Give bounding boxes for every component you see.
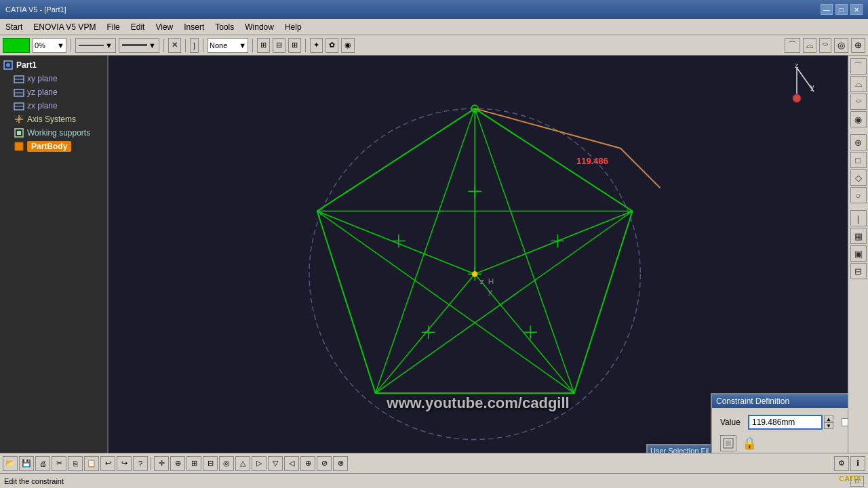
tree-yz-plane[interactable]: yz plane xyxy=(0,85,107,99)
rt-btn-2[interactable]: ⌓ xyxy=(850,76,867,92)
rt-btn-5[interactable]: ⊕ xyxy=(850,134,867,150)
svg-line-22 xyxy=(376,108,475,393)
value-label: Value xyxy=(720,418,744,427)
btb-sketch-3[interactable]: ⊞ xyxy=(186,456,201,471)
btb-print[interactable]: 🖨 xyxy=(35,456,50,471)
svg-rect-12 xyxy=(17,131,21,135)
dialog-titlebar: Constraint Definition ? ✕ xyxy=(712,394,848,408)
btb-sketch-5[interactable]: ◎ xyxy=(219,456,234,471)
minimize-button[interactable]: — xyxy=(821,4,833,15)
zx-plane-icon xyxy=(14,100,24,111)
view-icon-4[interactable]: ◎ xyxy=(834,38,848,53)
green-color-button[interactable] xyxy=(3,38,30,53)
value-input[interactable] xyxy=(748,415,823,430)
view-icon-5[interactable]: ⊕ xyxy=(851,38,865,53)
menu-enovia[interactable]: ENOVIA V5 VPM xyxy=(28,21,101,33)
rt-btn-11[interactable]: ▣ xyxy=(850,245,867,262)
menu-tools[interactable]: Tools xyxy=(210,21,239,33)
rt-btn-7[interactable]: ◇ xyxy=(850,169,867,186)
menu-file[interactable]: File xyxy=(101,21,125,33)
svg-point-47 xyxy=(793,94,801,102)
svg-text:z: z xyxy=(795,61,799,69)
tree-partbody[interactable]: PartBody xyxy=(0,140,107,153)
toolbar-icon-3[interactable]: ⊞ xyxy=(288,38,301,53)
menu-insert[interactable]: Insert xyxy=(178,21,210,33)
btb-sketch-2[interactable]: ⊕ xyxy=(170,456,185,471)
toolbar-icon-5[interactable]: ✿ xyxy=(326,38,338,53)
bracket-button[interactable]: ] xyxy=(190,38,199,53)
svg-line-26 xyxy=(475,108,620,148)
maximize-button[interactable]: □ xyxy=(835,4,848,15)
toolbar-icon-6[interactable]: ◉ xyxy=(341,38,355,53)
btb-sketch-12[interactable]: ⊗ xyxy=(333,456,348,471)
tree-axis-systems[interactable]: Axis Systems xyxy=(0,113,107,126)
constraint-icon-1[interactable] xyxy=(720,435,736,451)
rt-btn-3[interactable]: ⌔ xyxy=(850,94,867,110)
tree-xy-plane[interactable]: xy plane xyxy=(0,72,107,85)
btb-sketch-11[interactable]: ⊘ xyxy=(317,456,332,471)
btb-cut[interactable]: ✂ xyxy=(52,456,66,471)
btb-save[interactable]: 💾 xyxy=(19,456,34,471)
menu-window[interactable]: Window xyxy=(239,21,279,33)
btb-copy[interactable]: ⎘ xyxy=(68,456,83,471)
value-spinner[interactable]: ▲ ▼ xyxy=(824,415,833,429)
menubar: Start ENOVIA V5 VPM File Edit View Inser… xyxy=(0,19,868,35)
statusbar-text: Edit the constraint xyxy=(4,477,64,485)
percent-dropdown[interactable]: 0% ▼ xyxy=(33,38,66,53)
view-icon-1[interactable]: ⌒ xyxy=(785,38,800,53)
line-weight-btn[interactable]: ▼ xyxy=(119,38,159,53)
btb-sketch-4[interactable]: ⊟ xyxy=(203,456,218,471)
btb-sketch-9[interactable]: ◁ xyxy=(284,456,299,471)
tree-zx-plane[interactable]: zx plane xyxy=(0,99,107,113)
btb-sketch-1[interactable]: ✛ xyxy=(154,456,169,471)
btb-info[interactable]: ℹ xyxy=(850,456,865,471)
toolbar-icon-2[interactable]: ⊟ xyxy=(273,38,285,53)
btb-sketch-8[interactable]: ▽ xyxy=(268,456,283,471)
btb-help[interactable]: ? xyxy=(133,456,148,471)
app-title: CATIA V5 - [Part1] xyxy=(5,5,66,14)
titlebar: CATIA V5 - [Part1] — □ ✕ xyxy=(0,0,868,19)
toolbar-icon-1[interactable]: ⊞ xyxy=(257,38,270,53)
separator-2 xyxy=(163,39,164,52)
tree-working-supports[interactable]: Working supports xyxy=(0,126,107,140)
btb-sketch-6[interactable]: △ xyxy=(235,456,250,471)
view-icon-3[interactable]: ⌔ xyxy=(819,38,831,53)
menu-start[interactable]: Start xyxy=(0,21,28,33)
axis-systems-icon xyxy=(14,114,24,125)
tree-root-part1[interactable]: Part1 xyxy=(0,58,107,72)
rt-btn-12[interactable]: ⊟ xyxy=(850,263,867,279)
none-dropdown[interactable]: None ▼ xyxy=(208,38,248,53)
view-icon-2[interactable]: ⌓ xyxy=(803,38,816,53)
svg-line-25 xyxy=(317,211,574,394)
btb-settings[interactable]: ⚙ xyxy=(834,456,849,471)
reference-checkbox[interactable] xyxy=(842,418,848,426)
svg-text:y: y xyxy=(810,83,814,91)
btb-redo[interactable]: ↪ xyxy=(117,456,132,471)
rt-btn-9[interactable]: | xyxy=(850,210,867,226)
x-button[interactable]: ✕ xyxy=(168,38,181,53)
working-supports-icon xyxy=(14,127,24,138)
reference-row: Reference xyxy=(842,418,848,427)
toolbar-icon-4[interactable]: ✦ xyxy=(310,38,323,53)
btb-sketch-10[interactable]: ⊕ xyxy=(300,456,315,471)
close-button[interactable]: ✕ xyxy=(850,4,863,15)
spin-up-button[interactable]: ▲ xyxy=(824,415,833,422)
drawing-canvas[interactable]: z y H 119.486 y z www.youtube.com/cadgil… xyxy=(108,56,848,453)
xy-plane-icon xyxy=(14,73,24,84)
menu-edit[interactable]: Edit xyxy=(125,21,151,33)
rt-btn-6[interactable]: □ xyxy=(850,152,867,168)
rt-btn-8[interactable]: ○ xyxy=(850,187,867,203)
btb-open[interactable]: 📂 xyxy=(3,456,18,471)
yz-plane-icon xyxy=(14,87,24,98)
rt-btn-10[interactable]: ▦ xyxy=(850,228,867,244)
spin-down-button[interactable]: ▼ xyxy=(824,422,833,429)
btb-sketch-7[interactable]: ▷ xyxy=(252,456,267,471)
rt-btn-1[interactable]: ⌒ xyxy=(850,58,867,75)
btb-paste[interactable]: 📋 xyxy=(84,456,99,471)
menu-help[interactable]: Help xyxy=(279,21,307,33)
line-style-btn[interactable]: ▼ xyxy=(75,38,116,53)
dimension-value: 119.486 xyxy=(576,156,608,166)
menu-view[interactable]: View xyxy=(150,21,178,33)
rt-btn-4[interactable]: ◉ xyxy=(850,111,867,127)
btb-undo[interactable]: ↩ xyxy=(100,456,115,471)
